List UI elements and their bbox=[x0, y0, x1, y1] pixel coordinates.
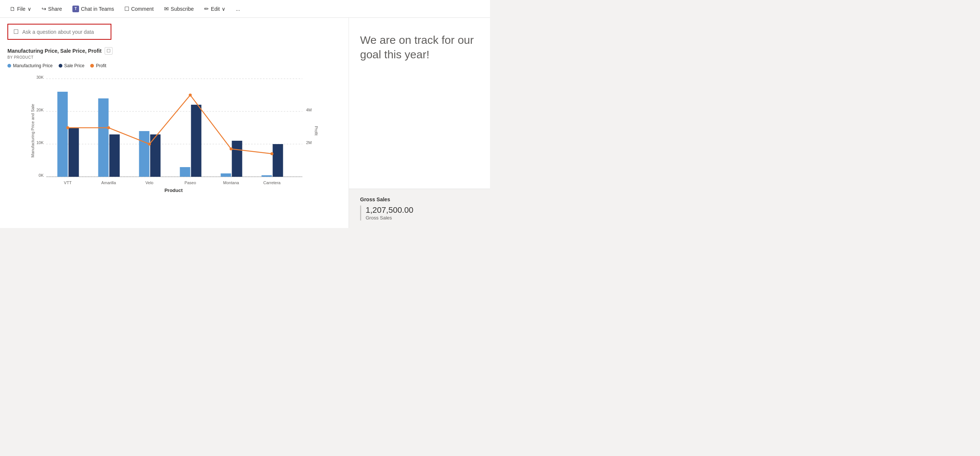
chart-svg: 30K 20K 10K 0K 4M 2M Manufacturing Price… bbox=[8, 71, 341, 194]
svg-text:Carretera: Carretera bbox=[263, 180, 281, 185]
edit-button[interactable]: ✏ Edit ∨ bbox=[200, 4, 229, 14]
edit-icon: ✏ bbox=[204, 6, 209, 12]
file-icon: 🗋 bbox=[10, 6, 15, 12]
bar-velo-manuf bbox=[139, 131, 150, 177]
chart-svg-area: 30K 20K 10K 0K 4M 2M Manufacturing Price… bbox=[8, 71, 341, 222]
svg-text:Product: Product bbox=[164, 188, 183, 193]
svg-text:Amarilla: Amarilla bbox=[101, 180, 116, 185]
svg-text:Montana: Montana bbox=[223, 180, 239, 185]
sales-value-row: 1,207,500.00 Gross Sales bbox=[360, 205, 479, 220]
legend-label-sale: Sale Price bbox=[64, 63, 84, 69]
legend-manufacturing-price: Manufacturing Price bbox=[8, 63, 53, 69]
svg-text:VTT: VTT bbox=[64, 180, 72, 185]
toolbar: 🗋 File ∨ ↪ Share T Chat in Teams ☐ Comme… bbox=[0, 0, 490, 18]
comment-icon: ☐ bbox=[124, 6, 129, 12]
chart-legend: Manufacturing Price Sale Price Profit bbox=[8, 63, 341, 69]
sales-numbers: 1,207,500.00 Gross Sales bbox=[366, 205, 413, 220]
bar-amarilla-manuf bbox=[99, 99, 109, 177]
bar-amarilla-sale bbox=[110, 134, 120, 177]
subscribe-label: Subscribe bbox=[171, 6, 194, 12]
bar-vtt-sale bbox=[69, 128, 79, 177]
profit-dot-carretera bbox=[270, 152, 274, 155]
bar-paseo-manuf bbox=[180, 167, 191, 177]
goal-text: We are on track for our goal this year! bbox=[360, 33, 479, 62]
svg-text:30K: 30K bbox=[37, 75, 44, 80]
share-button[interactable]: ↪ Share bbox=[38, 4, 66, 14]
bar-montana-manuf bbox=[221, 174, 231, 177]
chart-title: Manufacturing Price, Sale Price, Profit bbox=[8, 48, 102, 54]
profit-dot-amarilla bbox=[107, 126, 110, 129]
gross-sales-label: Gross Sales bbox=[360, 196, 479, 202]
more-button[interactable]: ... bbox=[232, 5, 244, 13]
left-panel: ☐ Manufacturing Price, Sale Price, Profi… bbox=[0, 18, 349, 228]
goal-card: We are on track for our goal this year! bbox=[349, 18, 490, 189]
file-label: File bbox=[17, 6, 25, 12]
gross-sales-value: 1,207,500.00 bbox=[366, 205, 413, 215]
share-icon: ↪ bbox=[41, 6, 46, 12]
profit-dot-paseo bbox=[189, 94, 192, 97]
qa-search-box[interactable]: ☐ bbox=[8, 24, 111, 40]
main-content: ☐ Manufacturing Price, Sale Price, Profi… bbox=[0, 18, 490, 228]
edit-label: Edit bbox=[211, 6, 220, 12]
profit-dot-velo bbox=[148, 143, 151, 145]
svg-text:Manufacturing Price and Sale: Manufacturing Price and Sale bbox=[30, 104, 35, 158]
svg-text:Profit: Profit bbox=[314, 126, 318, 136]
legend-sale-price: Sale Price bbox=[59, 63, 84, 69]
svg-text:10K: 10K bbox=[37, 140, 44, 145]
teams-icon: T bbox=[72, 6, 79, 12]
profit-dot-vtt bbox=[67, 126, 69, 129]
bar-paseo-sale bbox=[191, 105, 202, 177]
bar-carretera-sale bbox=[273, 144, 283, 177]
legend-dot-profit bbox=[90, 64, 94, 68]
qa-icon: ☐ bbox=[13, 28, 19, 35]
comment-label: Comment bbox=[131, 6, 154, 12]
file-chevron: ∨ bbox=[27, 6, 31, 12]
sales-card: Gross Sales 1,207,500.00 Gross Sales bbox=[349, 189, 490, 228]
right-panel: We are on track for our goal this year! … bbox=[349, 18, 490, 228]
subscribe-icon: ✉ bbox=[164, 6, 169, 12]
comment-button[interactable]: ☐ Comment bbox=[121, 4, 158, 14]
more-label: ... bbox=[236, 6, 240, 12]
svg-text:0K: 0K bbox=[38, 173, 44, 177]
legend-profit: Profit bbox=[90, 63, 106, 69]
chat-label: Chat in Teams bbox=[81, 6, 114, 12]
bar-montana-sale bbox=[232, 141, 242, 177]
file-menu[interactable]: 🗋 File ∨ bbox=[6, 4, 35, 13]
chart-subtitle: BY PRODUCT bbox=[8, 55, 341, 59]
legend-label-manuf: Manufacturing Price bbox=[13, 63, 53, 69]
qa-input[interactable] bbox=[22, 29, 105, 35]
chart-container: Manufacturing Price, Sale Price, Profit … bbox=[8, 47, 341, 222]
profit-dot-montana bbox=[230, 147, 233, 150]
svg-text:4M: 4M bbox=[306, 108, 312, 112]
bar-vtt-manuf bbox=[57, 92, 68, 177]
svg-text:20K: 20K bbox=[37, 108, 44, 112]
svg-text:2M: 2M bbox=[306, 140, 312, 145]
legend-dot-manuf bbox=[8, 64, 11, 68]
chart-comment-icon[interactable]: ☐ bbox=[105, 47, 113, 54]
subscribe-button[interactable]: ✉ Subscribe bbox=[161, 4, 197, 14]
legend-label-profit: Profit bbox=[96, 63, 106, 69]
legend-dot-sale bbox=[59, 64, 62, 68]
edit-chevron: ∨ bbox=[222, 6, 225, 12]
svg-text:Paseo: Paseo bbox=[185, 180, 196, 185]
share-label: Share bbox=[48, 6, 62, 12]
gross-sales-sublabel: Gross Sales bbox=[366, 215, 413, 220]
bar-carretera-manuf bbox=[262, 175, 272, 177]
chat-in-teams-button[interactable]: T Chat in Teams bbox=[69, 4, 118, 14]
sales-border-line bbox=[360, 205, 361, 220]
svg-text:Velo: Velo bbox=[145, 180, 153, 185]
